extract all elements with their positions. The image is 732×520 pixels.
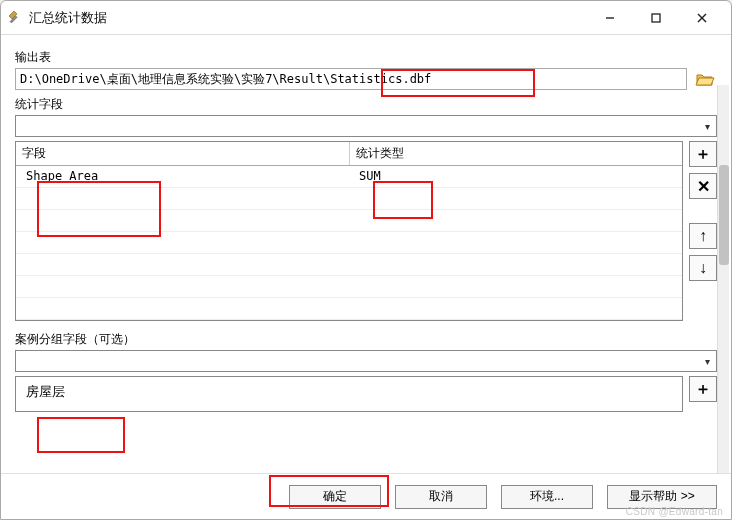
table-row[interactable] [16, 298, 682, 320]
close-button[interactable] [679, 3, 725, 33]
output-path-input[interactable] [15, 68, 687, 90]
plus-icon: ＋ [695, 144, 711, 165]
output-label: 输出表 [15, 49, 717, 66]
browse-button[interactable] [693, 68, 717, 90]
dialog-content: 输出表 统计字段 ▾ 字段 统计类型 [1, 35, 731, 473]
environment-button[interactable]: 环境... [501, 485, 593, 509]
scrollbar-thumb[interactable] [719, 165, 729, 265]
add-row-button[interactable]: ＋ [689, 141, 717, 167]
svg-rect-3 [652, 14, 660, 22]
cell-field: Shape_Area [16, 166, 349, 187]
case-field-list[interactable]: 房屋层 [15, 376, 683, 412]
button-bar: 确定 取消 环境... 显示帮助 >> [1, 473, 731, 519]
window-title: 汇总统计数据 [29, 9, 107, 27]
list-item[interactable]: 房屋层 [26, 384, 65, 399]
table-row[interactable] [16, 210, 682, 232]
stat-field-combo[interactable]: ▾ [15, 115, 717, 137]
table-row[interactable] [16, 232, 682, 254]
dialog-window: 汇总统计数据 输出表 统计字段 ▾ [0, 0, 732, 520]
case-side-buttons: ＋ [689, 376, 717, 412]
x-icon: ✕ [697, 177, 710, 196]
minimize-button[interactable] [587, 3, 633, 33]
grid-body: Shape_Area SUM [16, 166, 682, 320]
ok-button[interactable]: 确定 [289, 485, 381, 509]
table-row[interactable] [16, 254, 682, 276]
chevron-down-icon: ▾ [701, 356, 714, 367]
cancel-button[interactable]: 取消 [395, 485, 487, 509]
case-field-label: 案例分组字段（可选） [15, 331, 717, 348]
grid-side-buttons: ＋ ✕ ↑ ↓ [689, 141, 717, 321]
arrow-down-icon: ↓ [699, 259, 707, 277]
stat-grid[interactable]: 字段 统计类型 Shape_Area SUM [15, 141, 683, 321]
grid-header: 字段 统计类型 [16, 142, 682, 166]
stat-field-label: 统计字段 [15, 96, 717, 113]
case-field-combo[interactable]: ▾ [15, 350, 717, 372]
vertical-scrollbar[interactable] [717, 85, 729, 473]
hammer-icon [7, 10, 23, 26]
table-row[interactable]: Shape_Area SUM [16, 166, 682, 188]
grid-header-stat-type: 统计类型 [350, 142, 683, 165]
plus-icon: ＋ [695, 379, 711, 400]
cell-stat-type: SUM [349, 166, 682, 187]
add-case-button[interactable]: ＋ [689, 376, 717, 402]
arrow-up-icon: ↑ [699, 227, 707, 245]
move-down-button[interactable]: ↓ [689, 255, 717, 281]
chevron-down-icon: ▾ [701, 121, 714, 132]
maximize-button[interactable] [633, 3, 679, 33]
move-up-button[interactable]: ↑ [689, 223, 717, 249]
titlebar: 汇总统计数据 [1, 1, 731, 35]
table-row[interactable] [16, 276, 682, 298]
table-row[interactable] [16, 188, 682, 210]
watermark: CSDN @Edward-tan [626, 506, 723, 517]
grid-header-field: 字段 [16, 142, 350, 165]
remove-row-button[interactable]: ✕ [689, 173, 717, 199]
folder-open-icon [695, 70, 715, 88]
show-help-button[interactable]: 显示帮助 >> [607, 485, 717, 509]
